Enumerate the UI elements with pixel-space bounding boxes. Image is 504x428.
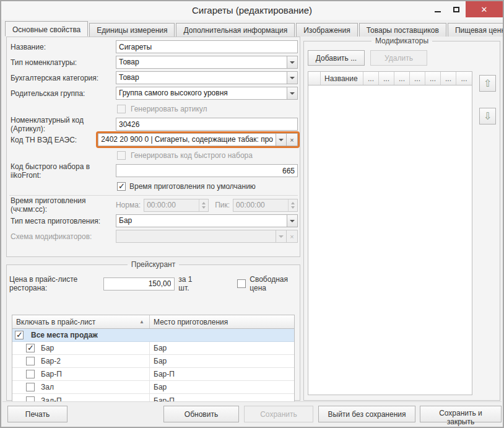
cook-place-type-dropdown-button[interactable] xyxy=(287,214,298,227)
quick-code-input[interactable] xyxy=(116,164,298,177)
accounting-category-dropdown-button[interactable] xyxy=(287,71,298,84)
modifier-scheme-dropdown-button xyxy=(276,230,287,243)
move-up-button[interactable]: ⇧ xyxy=(479,75,496,92)
row-place: Бар-П xyxy=(150,370,294,378)
modifiers-col-dots[interactable]: ... xyxy=(363,72,379,85)
close-button[interactable]: ✕ xyxy=(466,1,503,17)
modifiers-col-empty xyxy=(308,72,321,85)
modifiers-col-dots[interactable]: ... xyxy=(394,72,410,85)
chevron-down-icon xyxy=(279,139,284,141)
arrow-down-icon: ⇩ xyxy=(484,110,492,122)
table-row-all-places[interactable]: Все места продаж xyxy=(12,329,294,342)
table-row-bar-p[interactable]: Бар-П Бар-П xyxy=(12,368,294,381)
chevron-down-icon xyxy=(279,235,284,238)
name-label: Название: xyxy=(9,43,116,51)
save-button: Сохранить xyxy=(244,406,313,422)
row-checkbox[interactable] xyxy=(15,331,24,339)
modifiers-section: Модификаторы Добавить ... Удалить Назван… xyxy=(303,37,500,401)
free-price-label: Свободная цена xyxy=(250,275,297,292)
parent-group-dropdown-button[interactable] xyxy=(287,87,298,100)
row-checkbox[interactable] xyxy=(26,370,35,378)
modifier-scheme-dropdown: × xyxy=(116,230,298,243)
default-cook-time-checkbox[interactable] xyxy=(117,182,126,191)
modifiers-table-header: Название ... ... ... ... ... ... ... xyxy=(308,72,472,85)
nomenclature-type-dropdown-button[interactable] xyxy=(287,56,298,69)
spinner-buttons xyxy=(288,199,297,211)
add-modifier-button[interactable]: Добавить ... xyxy=(308,50,365,66)
maximize-button[interactable] xyxy=(447,1,466,17)
tab-supplier-products[interactable]: Товары поставщиков xyxy=(359,23,446,37)
table-row-zal[interactable]: Зал Бар xyxy=(12,381,294,394)
tab-images[interactable]: Изображения xyxy=(296,23,357,37)
default-cook-time-label: Время приготовления по умолчанию xyxy=(129,182,256,191)
cook-time-row: Время приготовления (чч:мм:сс): Норма: 0… xyxy=(9,195,298,212)
footer-bar: Печать Обновить Сохранить Выйти без сохр… xyxy=(2,401,502,426)
modifiers-col-dots[interactable]: ... xyxy=(441,72,456,85)
chevron-down-icon xyxy=(290,61,295,64)
nomenclature-type-dropdown[interactable]: Товар xyxy=(116,56,298,69)
cook-time-norm-value: 00:00:00 xyxy=(144,199,199,211)
column-cook-place[interactable]: Место приготовления xyxy=(150,315,294,328)
sales-places-table: Включать в прайс-лист ▲ Место приготовле… xyxy=(12,315,295,408)
pricelist-legend: Прейскурант xyxy=(128,260,179,269)
cook-time-peak-value: 00:00:00 xyxy=(233,199,288,211)
spinner-up-icon xyxy=(202,202,206,204)
table-row-bar[interactable]: Бар Бар xyxy=(12,342,294,355)
modifiers-col-dots[interactable]: ... xyxy=(456,72,472,85)
row-place: Бар xyxy=(150,357,294,365)
chevron-down-icon xyxy=(290,92,295,95)
nomenclature-type-row: Тип номенклатуры: Товар xyxy=(9,56,298,69)
cook-place-type-dropdown[interactable]: Бар xyxy=(116,214,298,227)
tn-ved-combobox[interactable]: 2402 20 900 0 | Сигареты, содержащие таб… xyxy=(98,133,298,146)
maximize-icon xyxy=(453,7,459,12)
generate-article-row: Генерировать артикул xyxy=(9,102,298,115)
print-button[interactable]: Печать xyxy=(7,406,67,422)
cook-place-type-label: Тип места приготовления: xyxy=(9,217,116,225)
row-checkbox[interactable] xyxy=(26,344,35,352)
modifiers-col-name[interactable]: Название xyxy=(321,72,363,85)
generate-article-checkbox xyxy=(117,105,126,113)
tab-main-properties[interactable]: Основные свойства xyxy=(5,21,88,37)
tn-ved-dropdown-button[interactable] xyxy=(276,133,287,146)
article-code-input[interactable] xyxy=(116,118,298,131)
modifiers-col-dots[interactable]: ... xyxy=(379,72,394,85)
accounting-category-row: Бухгалтерская категория: Товар xyxy=(9,71,298,84)
modifiers-col-dots[interactable]: ... xyxy=(425,72,441,85)
minimize-button[interactable] xyxy=(428,1,447,17)
pricelist-section: Прейскурант Цена в прайс-листе ресторана… xyxy=(6,260,300,401)
exit-without-saving-button[interactable]: Выйти без сохранения xyxy=(318,406,415,422)
tab-nutrition[interactable]: Пищевая ценность xyxy=(448,23,504,37)
parent-group-label: Родительская группа: xyxy=(9,89,116,98)
accounting-category-dropdown[interactable]: Товар xyxy=(116,71,298,84)
parent-group-dropdown[interactable]: Группа самого высокого уровня xyxy=(116,87,298,100)
window-title: Сигареты (редактирование) xyxy=(1,5,503,15)
modifiers-col-dots[interactable]: ... xyxy=(410,72,425,85)
modifier-scheme-row: Схема модификаторов: × xyxy=(9,230,298,243)
refresh-button[interactable]: Обновить xyxy=(163,406,239,422)
tn-ved-clear-button[interactable]: × xyxy=(287,133,298,146)
nomenclature-type-value: Товар xyxy=(116,56,287,69)
save-and-close-button[interactable]: Сохранить и закрыть xyxy=(420,406,502,422)
tab-additional-info[interactable]: Дополнительная информация xyxy=(176,23,295,37)
tn-ved-row: Код ТН ВЭД ЕАЭС: 2402 20 900 0 | Сигарет… xyxy=(9,133,298,146)
chevron-down-icon xyxy=(290,77,295,79)
free-price-checkbox[interactable] xyxy=(237,279,246,288)
row-checkbox[interactable] xyxy=(26,383,35,391)
row-place: Бар xyxy=(150,383,294,391)
cook-time-norm-spinner: 00:00:00 xyxy=(144,199,209,212)
cook-time-peak-label: Пик: xyxy=(215,201,230,209)
tab-units[interactable]: Единицы измерения xyxy=(89,23,175,37)
parent-group-row: Родительская группа: Группа самого высок… xyxy=(9,87,298,100)
move-down-button[interactable]: ⇩ xyxy=(479,108,496,124)
table-row-bar2[interactable]: Бар-2 Бар xyxy=(12,355,294,368)
row-name: Бар-П xyxy=(41,370,62,378)
generate-article-label: Генерировать артикул xyxy=(129,105,207,113)
column-include-in-pricelist[interactable]: Включать в прайс-лист ▲ xyxy=(12,315,150,328)
spinner-buttons xyxy=(199,199,208,211)
modifiers-buttons: Добавить ... Удалить xyxy=(308,50,500,66)
price-input[interactable] xyxy=(103,277,175,290)
cook-time-peak-spinner: 00:00:00 xyxy=(233,199,298,212)
name-input[interactable] xyxy=(116,40,298,53)
sales-table-header: Включать в прайс-лист ▲ Место приготовле… xyxy=(12,315,294,329)
row-checkbox[interactable] xyxy=(26,357,35,365)
